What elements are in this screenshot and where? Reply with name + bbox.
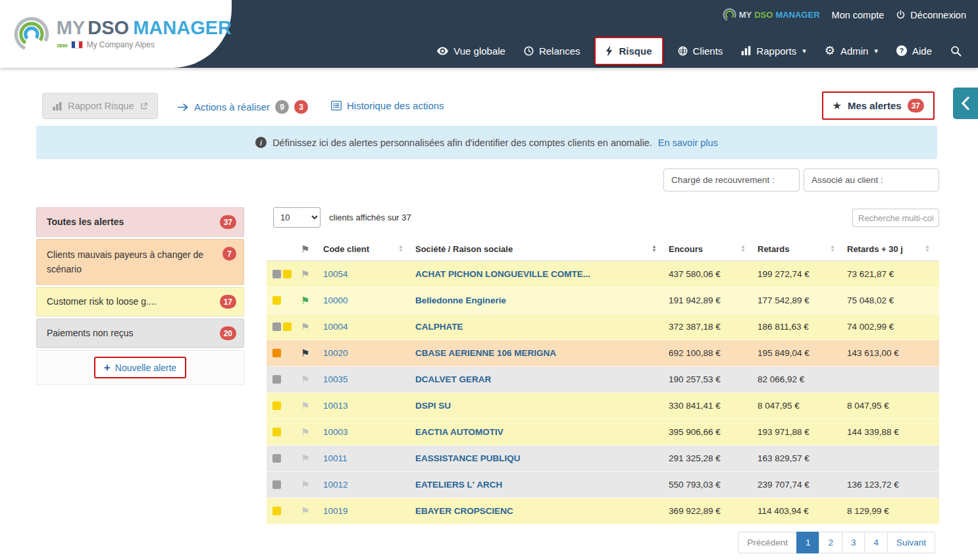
client-code-link[interactable]: 10035 [323, 374, 348, 384]
table-search-input[interactable] [852, 209, 939, 227]
associe-client-filter[interactable]: Associé au client : [804, 168, 939, 191]
client-code-link[interactable]: 10003 [323, 427, 348, 437]
collapse-panel-button[interactable] [953, 88, 978, 119]
flag-icon[interactable]: ⚑ [296, 453, 321, 463]
client-code-link[interactable]: 10012 [323, 480, 348, 490]
retards-value: 193 971,88 € [755, 427, 844, 437]
client-code-link[interactable]: 10020 [323, 348, 348, 358]
retards-30j-value: 74 002,99 € [844, 322, 939, 332]
client-name[interactable]: ACHAT PICHON LONGUEVILLE COMTE... [413, 269, 666, 279]
mes-alertes-tab[interactable]: ★ Mes alertes 37 [822, 91, 935, 120]
client-name[interactable]: CALPHATE [413, 322, 666, 332]
client-name[interactable]: EASSISTANCE PUBLIQU [413, 453, 666, 463]
my-dso-manager-app: MYDSOMANAGER »»» My Company Alpes MYDSOM… [0, 0, 978, 560]
encours-column-header[interactable]: Encours▲▼ [666, 244, 755, 254]
client-name[interactable]: DSPI SU [413, 401, 666, 411]
retards-value: 163 829,57 € [755, 453, 844, 463]
client-name[interactable]: DCALVET GERAR [413, 374, 666, 384]
client-name[interactable]: Belledonne Enginerie [413, 295, 666, 305]
actions-a-realiser-tab[interactable]: Actions à réaliser 9 3 [178, 100, 308, 114]
encours-value: 190 257,53 € [666, 374, 755, 384]
en-savoir-plus-link[interactable]: En savoir plus [658, 138, 718, 148]
client-row[interactable]: ⚑ 10011 EASSISTANCE PUBLIQU 291 325,28 €… [267, 445, 939, 472]
client-row[interactable]: ⚑ 10020 CBASE AERIENNE 106 MERIGNA 692 1… [267, 340, 939, 367]
historique-actions-tab[interactable]: Historique des actions [331, 100, 444, 111]
nav-search[interactable] [942, 37, 970, 65]
app-logo[interactable]: MYDSOMANAGER »»» My Company Alpes [0, 0, 232, 68]
next-page-button[interactable]: Suivant [887, 532, 935, 553]
page-3-button[interactable]: 3 [842, 532, 865, 553]
retards-column-header[interactable]: Retards▲▼ [755, 244, 844, 254]
nav-admin[interactable]: ⚙ Admin ▾ [816, 36, 887, 65]
flag-icon[interactable]: ⚑ [296, 401, 321, 411]
code-client-column-header[interactable]: Code client▲▼ [321, 244, 413, 254]
page-4-button[interactable]: 4 [864, 532, 888, 553]
flag-icon[interactable]: ⚑ [296, 295, 321, 305]
client-name[interactable]: EATELIERS L' ARCH [413, 480, 666, 490]
alert-filter-paiements-non-recus[interactable]: Paiements non reçus 20 [36, 318, 244, 348]
logout-link[interactable]: Déconnexion [896, 10, 966, 20]
page-1-button[interactable]: 1 [796, 532, 820, 553]
client-row[interactable]: ⚑ 10003 EACTIA AUTOMOTIV 395 906,66 € 19… [267, 419, 939, 445]
flag-icon[interactable]: ⚑ [296, 269, 321, 279]
alert-filter-customer-risk[interactable]: Customer risk to loose g.... 17 [36, 287, 244, 317]
risk-indicator [272, 270, 281, 278]
nav-risque[interactable]: Risque [594, 37, 663, 65]
client-name[interactable]: CBASE AERIENNE 106 MERIGNA [413, 348, 666, 358]
client-row[interactable]: ⚑ 10019 EBAYER CROPSCIENC 369 922,89 € 1… [267, 498, 939, 524]
records-count: clients affichés sur 37 [329, 213, 411, 222]
page-size-select[interactable]: 10 [273, 207, 321, 228]
client-code-link[interactable]: 10000 [323, 295, 348, 305]
flag-icon[interactable]: ⚑ [296, 506, 321, 516]
previous-page-button[interactable]: Précédent [738, 532, 797, 553]
client-name[interactable]: EBAYER CROPSCIENC [413, 506, 666, 516]
nav-relances[interactable]: Relances [515, 37, 589, 65]
client-row[interactable]: ⚑ 10035 DCALVET GERAR 190 257,53 € 82 06… [267, 367, 939, 393]
retards-value: 177 542,89 € [755, 295, 844, 305]
alerts-sidebar: Toutes les alertes 37 Clients mauvais pa… [36, 207, 244, 385]
count-badge: 37 [220, 215, 236, 229]
search-icon [950, 45, 962, 57]
client-code-link[interactable]: 10013 [323, 401, 348, 411]
logo-wordmark: MYDSOMANAGER [57, 18, 232, 38]
client-row[interactable]: ⚑ 10054 ACHAT PICHON LONGUEVILLE COMTE..… [267, 261, 939, 288]
client-row[interactable]: ⚑ 10000 Belledonne Enginerie 191 942,89 … [267, 288, 939, 314]
client-code-link[interactable]: 10004 [323, 322, 348, 332]
pagination: Précédent 1 2 3 4 Suivant [738, 532, 935, 553]
external-link-icon [140, 103, 147, 110]
chevron-down-icon: ▾ [874, 47, 878, 55]
page-2-button[interactable]: 2 [819, 532, 842, 553]
eye-icon [437, 47, 448, 55]
nouvelle-alerte-button[interactable]: + Nouvelle alerte [94, 357, 186, 378]
flag-icon[interactable]: ⚑ [296, 480, 321, 490]
flag-column-header[interactable]: ⚑ [296, 244, 321, 254]
alert-filter-mauvais-payeurs[interactable]: Clients mauvais payeurs à changer de scé… [36, 239, 244, 285]
societe-column-header[interactable]: Société / Raison sociale▲▼ [413, 244, 666, 254]
client-row[interactable]: ⚑ 10004 CALPHATE 372 387,18 € 186 811,63… [267, 314, 939, 340]
chevron-left-icon [961, 97, 970, 110]
nav-clients[interactable]: Clients [669, 37, 732, 65]
mon-compte-link[interactable]: Mon compte [832, 10, 885, 20]
risk-indicator [272, 480, 281, 489]
client-row[interactable]: ⚑ 10013 DSPI SU 330 841,41 € 8 047,95 € … [267, 393, 939, 419]
flag-icon[interactable]: ⚑ [296, 374, 321, 384]
flag-icon[interactable]: ⚑ [296, 427, 321, 437]
nav-vue-globale[interactable]: Vue globale [428, 37, 514, 65]
flag-icon[interactable]: ⚑ [296, 322, 321, 332]
nav-aide[interactable]: ? Aide [888, 37, 940, 65]
rapport-risque-button[interactable]: Rapport Risque [42, 93, 158, 119]
client-code-link[interactable]: 10011 [323, 453, 347, 463]
flag-icon[interactable]: ⚑ [296, 348, 321, 358]
client-row[interactable]: ⚑ 10012 EATELIERS L' ARCH 550 793,03 € 2… [267, 472, 939, 498]
alert-filter-toutes-les-alertes[interactable]: Toutes les alertes 37 [36, 207, 244, 237]
client-code-link[interactable]: 10054 [323, 269, 348, 279]
retards-30j-column-header[interactable]: Retards + 30 j▲▼ [844, 244, 939, 254]
client-code-link[interactable]: 10019 [323, 506, 348, 516]
actions-total-badge: 9 [275, 100, 289, 114]
sort-icon: ▲▼ [925, 245, 930, 253]
retards-30j-value: 136 123,72 € [844, 480, 939, 490]
nav-rapports[interactable]: Rapports ▾ [733, 37, 814, 65]
encours-value: 330 841,41 € [666, 401, 755, 411]
client-name[interactable]: EACTIA AUTOMOTIV [413, 427, 666, 437]
charge-recouvrement-filter[interactable]: Chargé de recouvrement : [663, 168, 800, 191]
